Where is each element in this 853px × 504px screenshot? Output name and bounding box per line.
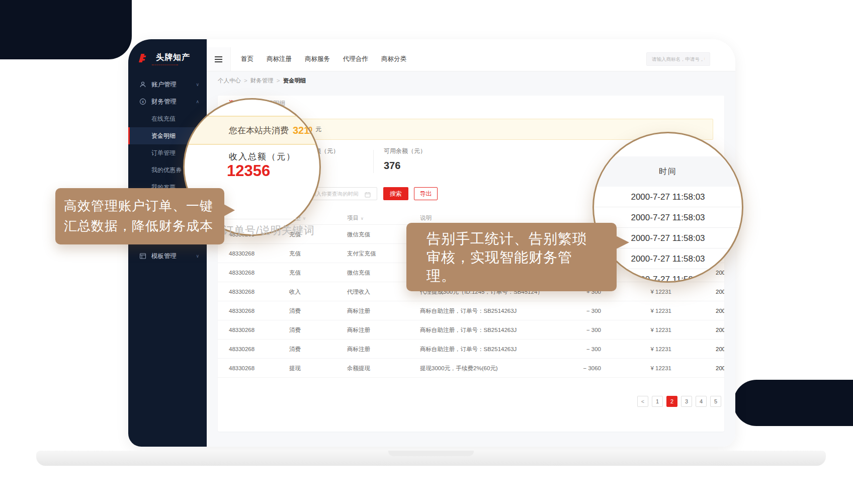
magnified-time-header: 时间: [594, 156, 742, 187]
stat-block-2: 可用余额（元）376: [384, 147, 426, 172]
cell-type: 充值: [289, 244, 301, 263]
pagination-page-5[interactable]: 5: [710, 396, 721, 407]
export-button[interactable]: 导出: [414, 187, 438, 200]
cell-amount: − 3060: [551, 359, 601, 378]
table-row: 48330268消费商标注册商标自助注册，订单号：SB2514263J− 300…: [218, 320, 724, 340]
column-header-2[interactable]: 项目∨: [347, 211, 364, 225]
magnified-column-header: 订单号/说明关键词: [223, 223, 315, 237]
magnified-banner: 您在本站共消费 32124 元: [185, 116, 319, 145]
sidebar-group-1[interactable]: ¥财务管理∧: [128, 93, 207, 110]
brand-name: 头牌知产: [156, 52, 190, 63]
cell-order_no: 48330268: [229, 359, 254, 378]
cell-type: 提现: [289, 359, 301, 378]
cell-time: 2000-7-27 11:58:03: [716, 359, 724, 378]
cell-balance: ¥ 12231: [621, 340, 671, 359]
breadcrumb-item[interactable]: 财务管理: [250, 77, 274, 85]
laptop-base: [36, 451, 826, 466]
table-row: 48330268消费商标注册商标自助注册，订单号：SB2514263J− 300…: [218, 340, 724, 359]
nav-item-2[interactable]: 商标服务: [305, 55, 330, 63]
cell-time: 2000-7-27 11:58:03: [716, 282, 724, 301]
cell-order_no: 48330268: [229, 340, 254, 359]
stat-value: 376: [384, 160, 426, 172]
cell-desc: 商标自助注册，订单号：SB2514263J: [420, 301, 550, 320]
chevron-up-icon: ∧: [196, 99, 199, 104]
top-nav: 首页商标注册商标服务代理合作商标分类: [241, 55, 406, 63]
cell-order_no: 48330268: [229, 263, 254, 282]
page: 头牌知产 账户管理∨¥财务管理∧在线充值资金明细订单管理我的优惠券我的发票模板管…: [0, 0, 853, 504]
cell-order_no: 48330268: [229, 244, 254, 263]
magnified-time-row: 2000-7-27 11:58:03: [594, 187, 742, 207]
calendar-icon[interactable]: [365, 191, 371, 197]
banner-suffix: 元: [315, 125, 321, 134]
sidebar-item-0[interactable]: 在线充值: [128, 110, 207, 127]
sidebar-group-2[interactable]: 模板管理∨: [128, 247, 207, 265]
cell-time: 2000-7-27 11:58:03: [716, 320, 724, 340]
nav-item-4[interactable]: 商标分类: [381, 55, 406, 63]
nav-item-0[interactable]: 首页: [241, 55, 253, 63]
cell-project: 支付宝充值: [347, 244, 376, 263]
pagination-page-1[interactable]: 1: [652, 396, 663, 407]
cell-project: 商标注册: [347, 340, 370, 359]
cell-type: 消费: [289, 320, 301, 340]
cell-time: 2000-7-27 11:58:03: [716, 301, 724, 320]
cell-project: 余额提现: [347, 359, 370, 378]
cell-order_no: 48330268: [229, 320, 254, 340]
cell-project: 商标注册: [347, 320, 370, 340]
cell-order_no: 48330268: [229, 301, 254, 320]
magnified-table-border: [221, 219, 306, 219]
breadcrumb-separator: >: [244, 77, 247, 83]
cell-project: 微信充值: [347, 263, 370, 282]
topbar: 首页商标注册商标服务代理合作商标分类: [207, 39, 735, 71]
magnified-stat-value: 12356: [227, 162, 270, 180]
pagination-page-3[interactable]: 3: [681, 396, 692, 407]
cell-time: 2000-7-27 11:58:03: [716, 340, 724, 359]
yuan-circle-icon: ¥: [139, 98, 146, 105]
stats-divider: [373, 150, 374, 173]
search-input[interactable]: [646, 52, 710, 66]
sidebar-group-label: 账户管理: [151, 80, 177, 89]
cell-desc: 商标自助注册，订单号：SB2514263J: [420, 320, 550, 340]
sidebar-group-label: 财务管理: [151, 98, 177, 106]
cell-balance: ¥ 12231: [621, 301, 671, 320]
cell-project: 商标注册: [347, 301, 370, 320]
cell-project: 代理收入: [347, 282, 370, 301]
chevron-down-icon: ∨: [196, 82, 199, 87]
cell-project: 微信充值: [347, 225, 370, 244]
breadcrumb-current: 资金明细: [283, 77, 306, 85]
column-header-label: 项目: [347, 215, 359, 221]
sort-caret-icon[interactable]: ∨: [361, 216, 364, 221]
cell-order_no: 48330268: [229, 282, 254, 301]
column-header-label: 说明: [420, 215, 432, 221]
breadcrumb-item[interactable]: 个人中心: [218, 77, 241, 85]
stat-label: 可用余额（元）: [384, 147, 426, 155]
laptop-base-notch: [388, 451, 474, 456]
table-row: 48330268消费商标注册商标自助注册，订单号：SB2514263J− 300…: [218, 301, 724, 320]
cell-balance: ¥ 12231: [621, 320, 671, 340]
pagination: <12345: [637, 396, 721, 407]
cell-type: 消费: [289, 301, 301, 320]
brand-tagline-dots: [152, 64, 178, 65]
cell-type: 收入: [289, 282, 301, 301]
brand-logo[interactable]: 头牌知产: [137, 52, 190, 63]
pagination-prev-button[interactable]: <: [637, 396, 648, 407]
chevron-down-icon: ∨: [196, 254, 199, 259]
decor-corner-bottom-right: [733, 380, 853, 426]
cell-type: 消费: [289, 340, 301, 359]
sidebar-group-0[interactable]: 账户管理∨: [128, 76, 207, 93]
callout-right: 告别手工统计、告别繁琐 审核，实现智能财务管 理。: [406, 223, 617, 291]
search-button[interactable]: 搜索: [383, 187, 408, 200]
cell-desc: 提现3000元，手续费2%(60元): [420, 359, 550, 378]
pagination-page-4[interactable]: 4: [696, 396, 707, 407]
svg-text:¥: ¥: [142, 100, 144, 104]
hamburger-menu-icon[interactable]: [207, 47, 231, 71]
cell-time: 2000-7-27 11:58:03: [716, 263, 724, 282]
decor-corner-top-left: [0, 0, 132, 59]
pagination-page-2[interactable]: 2: [666, 396, 677, 407]
cell-amount: − 300: [551, 340, 601, 359]
nav-item-1[interactable]: 商标注册: [267, 55, 292, 63]
cell-desc: 商标自助注册，订单号：SB2514263J: [420, 340, 550, 359]
table-row: 48330268提现余额提现提现3000元，手续费2%(60元)− 3060¥ …: [218, 359, 724, 378]
brand-logo-icon: [137, 53, 147, 63]
nav-item-3[interactable]: 代理合作: [343, 55, 368, 63]
cell-balance: ¥ 12231: [621, 282, 671, 301]
